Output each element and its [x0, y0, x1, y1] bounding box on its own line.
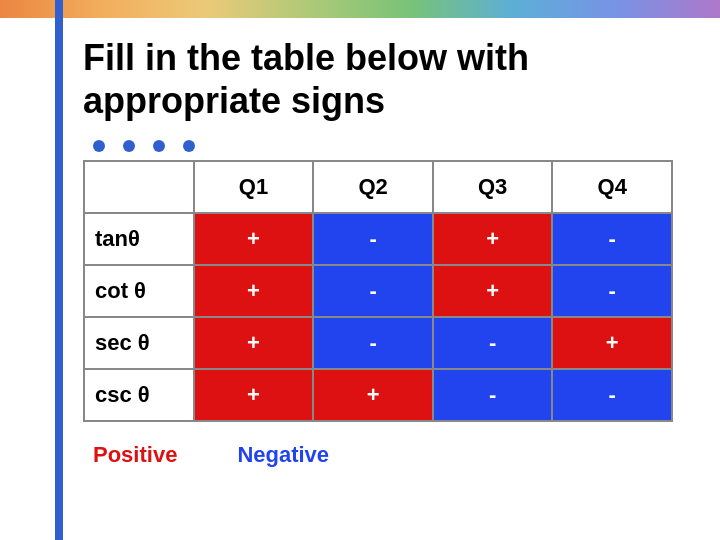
cell-r2-c1: - [313, 317, 433, 369]
left-accent-bar [55, 0, 63, 540]
cell-r3-c2: - [433, 369, 553, 421]
dot-4 [183, 140, 195, 152]
legend-negative: Negative [237, 442, 329, 468]
top-banner [0, 0, 720, 18]
header-label-blank [84, 161, 194, 213]
cell-r2-c0: + [194, 317, 314, 369]
dots-row [83, 140, 683, 152]
legend-row: Positive Negative [83, 442, 683, 468]
cell-r3-c3: - [552, 369, 672, 421]
trig-sign-table: Q1 Q2 Q3 Q4 tanθ+-+-cot θ+-+-sec θ+--+cs… [83, 160, 673, 422]
table-header-row: Q1 Q2 Q3 Q4 [84, 161, 672, 213]
main-content: Fill in the table below with appropriate… [63, 18, 703, 540]
table-row: cot θ+-+- [84, 265, 672, 317]
header-q2: Q2 [313, 161, 433, 213]
table-row: tanθ+-+- [84, 213, 672, 265]
row-label-1: cot θ [84, 265, 194, 317]
cell-r1-c1: - [313, 265, 433, 317]
page-title: Fill in the table below with appropriate… [83, 36, 683, 122]
header-q1: Q1 [194, 161, 314, 213]
row-label-2: sec θ [84, 317, 194, 369]
cell-r1-c2: + [433, 265, 553, 317]
row-label-3: csc θ [84, 369, 194, 421]
table-row: csc θ++-- [84, 369, 672, 421]
cell-r0-c3: - [552, 213, 672, 265]
row-label-0: tanθ [84, 213, 194, 265]
cell-r2-c2: - [433, 317, 553, 369]
cell-r0-c2: + [433, 213, 553, 265]
header-q3: Q3 [433, 161, 553, 213]
cell-r0-c0: + [194, 213, 314, 265]
cell-r1-c3: - [552, 265, 672, 317]
legend-positive: Positive [93, 442, 177, 468]
cell-r1-c0: + [194, 265, 314, 317]
dot-2 [123, 140, 135, 152]
cell-r3-c1: + [313, 369, 433, 421]
cell-r3-c0: + [194, 369, 314, 421]
dot-3 [153, 140, 165, 152]
cell-r2-c3: + [552, 317, 672, 369]
dot-1 [93, 140, 105, 152]
table-row: sec θ+--+ [84, 317, 672, 369]
header-q4: Q4 [552, 161, 672, 213]
cell-r0-c1: - [313, 213, 433, 265]
